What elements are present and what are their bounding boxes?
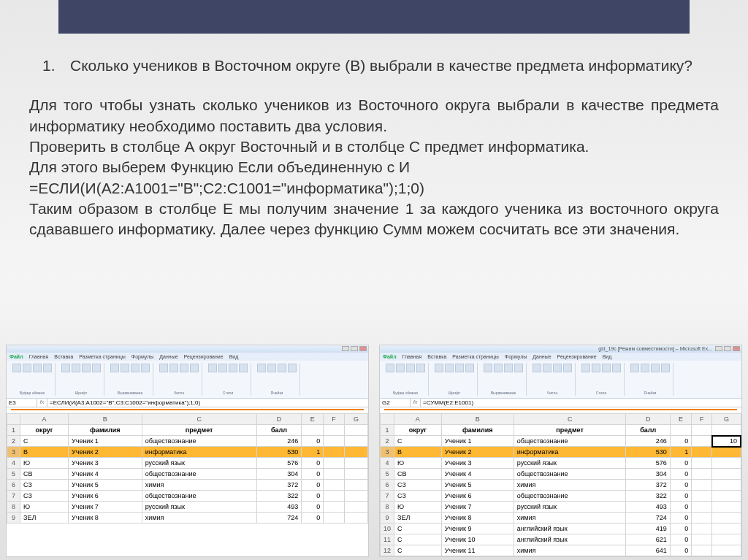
cell[interactable] — [712, 491, 741, 502]
cell[interactable] — [692, 534, 712, 545]
table-row[interactable]: 5СВУченик 4обществознание3040 — [381, 469, 741, 480]
ribbon-button[interactable] — [43, 364, 52, 372]
cell[interactable]: 0 — [302, 458, 324, 469]
cell[interactable]: информатика — [142, 447, 256, 458]
row-number[interactable]: 12 — [381, 545, 394, 556]
minimize-button[interactable] — [342, 346, 349, 351]
ribbon-button[interactable] — [121, 364, 129, 372]
ribbon-tab[interactable]: Файл — [9, 354, 23, 359]
cell[interactable]: английский язык — [514, 534, 626, 545]
cell[interactable]: Ученик 8 — [68, 513, 142, 523]
cell[interactable]: 0 — [670, 523, 691, 534]
cell[interactable]: Ученик 8 — [441, 513, 514, 523]
header-cell[interactable]: балл — [256, 425, 302, 436]
ribbon-button[interactable] — [455, 364, 464, 372]
ribbon-button[interactable] — [543, 364, 552, 372]
header-cell[interactable] — [324, 425, 345, 436]
cell[interactable]: Ю — [394, 502, 442, 513]
cell[interactable]: СЗ — [394, 480, 442, 491]
header-cell[interactable]: фамилия — [68, 425, 142, 436]
fx-icon[interactable]: fx — [411, 399, 421, 407]
header-cell[interactable] — [670, 425, 691, 436]
cell[interactable]: Ученик 3 — [68, 458, 142, 469]
ribbon-button[interactable] — [141, 364, 150, 372]
row-number[interactable]: 7 — [381, 491, 394, 502]
ribbon-button[interactable] — [82, 364, 91, 372]
ribbon-tab[interactable]: Разметка страницы — [452, 354, 499, 359]
ribbon-tab[interactable]: Файл — [383, 354, 397, 359]
ribbon-tab[interactable]: Данные — [533, 354, 551, 359]
cell[interactable]: русский язык — [514, 458, 626, 469]
cell[interactable] — [712, 523, 741, 534]
header-cell[interactable]: округ — [20, 425, 69, 436]
cell[interactable] — [692, 545, 712, 556]
ribbon-tab[interactable]: Главная — [402, 354, 422, 359]
header-cell[interactable]: округ — [394, 425, 442, 436]
cell[interactable]: Ученик 2 — [441, 447, 514, 458]
ribbon-button[interactable] — [92, 364, 101, 372]
cell[interactable] — [345, 447, 368, 458]
cell[interactable] — [345, 513, 368, 523]
cell[interactable]: Ю — [394, 458, 442, 469]
ribbon-button[interactable] — [218, 364, 227, 372]
cell[interactable]: 621 — [626, 534, 670, 545]
ribbon-button[interactable] — [23, 364, 31, 372]
cell[interactable]: 724 — [256, 513, 302, 523]
cell[interactable]: Ученик 2 — [68, 447, 142, 458]
column-header[interactable] — [381, 414, 394, 425]
ribbon-button[interactable] — [630, 364, 639, 372]
row-number[interactable]: 5 — [7, 469, 20, 480]
ribbon-button[interactable] — [435, 364, 443, 372]
ribbon-button[interactable] — [110, 364, 119, 372]
ribbon-tab[interactable]: Данные — [159, 354, 178, 359]
cell[interactable] — [345, 469, 368, 480]
cell[interactable] — [712, 545, 741, 556]
column-header[interactable]: A — [394, 414, 442, 425]
ribbon-button[interactable] — [386, 364, 394, 372]
cell[interactable]: 0 — [670, 534, 691, 545]
ribbon-button[interactable] — [288, 364, 297, 372]
cell[interactable]: Ученик 9 — [441, 523, 514, 534]
name-box[interactable]: E3 — [7, 399, 37, 407]
table-row[interactable]: 9ЗЕЛУченик 8химия7240 — [381, 513, 741, 523]
fx-icon[interactable]: fx — [37, 399, 47, 407]
cell[interactable]: Ученик 5 — [68, 480, 142, 491]
column-header[interactable]: G — [345, 414, 368, 425]
ribbon-button[interactable] — [72, 364, 80, 372]
column-header[interactable]: D — [626, 414, 670, 425]
table-row[interactable]: 9ЗЕЛУченик 8химия7240 — [7, 513, 368, 523]
cell[interactable]: химия — [142, 513, 256, 523]
ribbon-button[interactable] — [190, 364, 199, 372]
cell[interactable] — [692, 523, 712, 534]
ribbon-button[interactable] — [504, 364, 513, 372]
row-number[interactable]: 4 — [7, 458, 20, 469]
cell[interactable]: 419 — [626, 523, 670, 534]
cell[interactable] — [324, 491, 345, 502]
cell[interactable]: 641 — [626, 545, 670, 556]
table-row[interactable]: 3ВУченик 2информатика5301 — [381, 447, 741, 458]
cell[interactable] — [712, 513, 741, 523]
cell[interactable] — [692, 513, 712, 523]
header-cell[interactable]: предмет — [514, 425, 626, 436]
cell[interactable]: 0 — [670, 480, 691, 491]
cell[interactable] — [345, 436, 368, 447]
ribbon-button[interactable] — [278, 364, 286, 372]
table-row[interactable]: 4ЮУченик 3русский язык5760 — [381, 458, 741, 469]
cell[interactable]: 10 — [712, 436, 741, 447]
close-button[interactable] — [733, 346, 740, 351]
cell[interactable]: Ученик 6 — [441, 491, 514, 502]
ribbon-button[interactable] — [533, 364, 541, 372]
ribbon-button[interactable] — [257, 364, 266, 372]
cell[interactable] — [712, 534, 741, 545]
cell[interactable] — [324, 502, 345, 513]
table-row[interactable]: 4ЮУченик 3русский язык5760 — [7, 458, 368, 469]
ribbon-tab[interactable]: Формулы — [505, 354, 527, 359]
row-number[interactable]: 3 — [381, 447, 394, 458]
ribbon-button[interactable] — [169, 364, 178, 372]
column-header[interactable]: B — [68, 414, 142, 425]
ribbon-tab[interactable]: Вставка — [54, 354, 73, 359]
cell[interactable] — [345, 491, 368, 502]
cell[interactable]: Ученик 3 — [441, 458, 514, 469]
ribbon-button[interactable] — [651, 364, 660, 372]
ribbon-button[interactable] — [465, 364, 474, 372]
